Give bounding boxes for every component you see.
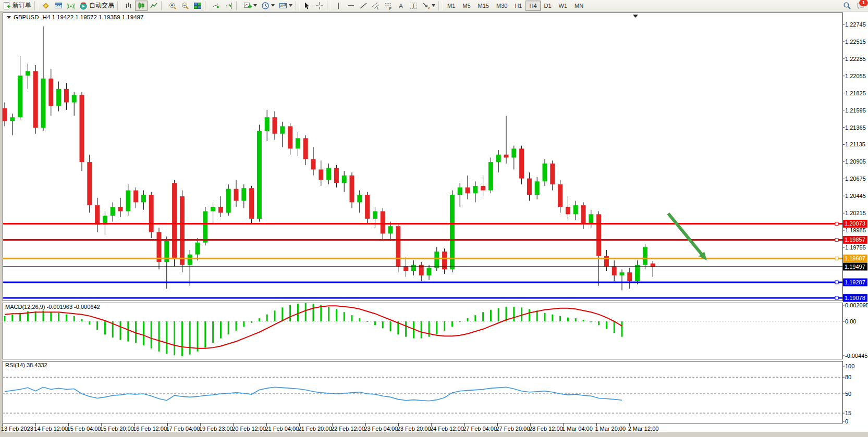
new-order-label: 新订单: [13, 1, 31, 10]
price-tick-label: 1.21135: [845, 141, 865, 147]
chart-canvas[interactable]: 1.227451.225151.222851.220551.218251.215…: [0, 11, 868, 437]
trendline-button[interactable]: [357, 1, 370, 11]
crosshair-button[interactable]: [313, 1, 326, 11]
vertical-line-button[interactable]: [332, 1, 345, 11]
candle-body-down: [180, 196, 185, 265]
candle-body-down: [80, 95, 84, 162]
horizontal-line-icon: [347, 2, 355, 10]
market-watch-button[interactable]: [40, 1, 52, 11]
macd-histogram-bar: [451, 321, 453, 327]
candle-body-up: [111, 207, 115, 216]
candle-body-up: [211, 207, 215, 211]
data-window-button[interactable]: [52, 1, 65, 11]
candle-body-up: [620, 272, 625, 276]
macd-histogram-bar: [197, 321, 199, 352]
timeframe-m30-button[interactable]: M30: [493, 1, 511, 11]
line-handle[interactable]: [835, 238, 838, 241]
price-tick-label: 1.19755: [845, 244, 866, 251]
templates-button[interactable]: [277, 1, 295, 11]
periods-dropdown-caret: [271, 4, 275, 7]
macd-histogram-bar: [181, 321, 183, 356]
candle-body-up: [141, 195, 146, 202]
macd-histogram-bar: [606, 321, 607, 329]
candle-body-up: [126, 190, 130, 211]
indicators-button[interactable]: [241, 1, 259, 11]
timeframe-h1-button[interactable]: H1: [511, 1, 525, 11]
candle-body-up: [41, 79, 46, 128]
macd-histogram-bar: [104, 321, 106, 334]
new-order-button[interactable]: 新订单: [1, 1, 33, 11]
candle-body-down: [133, 190, 138, 202]
auto-trading-button[interactable]: 自动交易: [77, 1, 116, 11]
arrows-tool-button[interactable]: [420, 1, 437, 11]
timeframe-m15-button[interactable]: M15: [474, 1, 493, 11]
indicators-icon: [243, 2, 252, 10]
line-handle[interactable]: [835, 296, 838, 299]
line-chart-button[interactable]: [148, 1, 160, 11]
periods-button[interactable]: [259, 1, 277, 11]
macd-histogram-bar: [598, 321, 600, 325]
line-handle[interactable]: [835, 281, 838, 284]
chart-shift-button[interactable]: [223, 1, 235, 11]
date-tick-label: 21 Feb 04:00: [265, 426, 299, 432]
candle-body-down: [404, 266, 408, 271]
signals-button[interactable]: [65, 1, 77, 11]
timeframe-d1-button[interactable]: D1: [541, 1, 555, 11]
toolbar-right-group: 1: [841, 1, 868, 11]
auto-scroll-button[interactable]: [210, 1, 223, 11]
candle-body-up: [473, 186, 478, 193]
candle-body-up: [257, 131, 262, 219]
zoom-in-button[interactable]: [166, 1, 179, 11]
candle-body-up: [434, 252, 439, 268]
candle-body-up: [635, 265, 640, 281]
candle-body-up: [18, 76, 22, 117]
zoom-out-button[interactable]: [179, 1, 191, 11]
candle-body-down: [504, 155, 509, 158]
tile-windows-button[interactable]: [191, 1, 204, 11]
fibonacci-button[interactable]: F: [382, 1, 395, 11]
timeframe-mn-button[interactable]: MN: [571, 1, 587, 11]
candle-body-down: [33, 71, 38, 128]
rsi-tick-label: 80: [845, 374, 851, 380]
candle-body-up: [411, 265, 416, 271]
signals-icon: [67, 2, 75, 10]
candle-body-up: [56, 89, 61, 106]
macd-histogram-bar: [536, 310, 538, 321]
timeframe-m5-button[interactable]: M5: [459, 1, 474, 11]
candle-body-down: [288, 126, 292, 148]
bar-chart-icon: [125, 2, 133, 10]
periods-clock-icon: [261, 2, 270, 10]
notifications-button[interactable]: 1: [857, 2, 865, 10]
bar-chart-button[interactable]: [123, 1, 135, 11]
price-tick-label: 1.21595: [845, 107, 866, 114]
timeframe-m1-button[interactable]: M1: [444, 1, 459, 11]
text-tool-glyph: A: [399, 2, 403, 9]
horizontal-line-button[interactable]: [345, 1, 357, 11]
date-tick-label: 2 Mar 12:00: [628, 426, 659, 432]
macd-histogram-bar: [498, 308, 499, 321]
templates-icon: [279, 2, 287, 10]
macd-histogram-bar: [289, 305, 291, 321]
timeframe-w1-button[interactable]: W1: [555, 1, 571, 11]
macd-histogram-bar: [590, 321, 592, 322]
line-handle[interactable]: [835, 222, 838, 225]
macd-histogram-bar: [282, 307, 283, 321]
text-button[interactable]: A: [395, 1, 407, 11]
candle-body-up: [241, 188, 246, 201]
macd-histogram-bar: [390, 321, 392, 331]
candle-body-up: [280, 126, 285, 133]
toolbar-separator: [117, 1, 121, 10]
line-handle[interactable]: [835, 257, 838, 260]
search-button[interactable]: [841, 1, 853, 11]
candle-body-up: [496, 155, 501, 162]
toolbar-separator: [34, 1, 39, 10]
macd-histogram-bar: [490, 310, 492, 321]
timeframe-h4-button[interactable]: H4: [525, 1, 540, 11]
candle-body-down: [519, 148, 524, 178]
data-window-icon: [54, 2, 63, 10]
macd-histogram-bar: [351, 315, 353, 321]
text-label-button[interactable]: T: [407, 1, 420, 11]
candlestick-chart-button[interactable]: [135, 1, 148, 11]
equidistant-channel-button[interactable]: E: [370, 1, 382, 11]
cursor-button[interactable]: [301, 1, 313, 11]
